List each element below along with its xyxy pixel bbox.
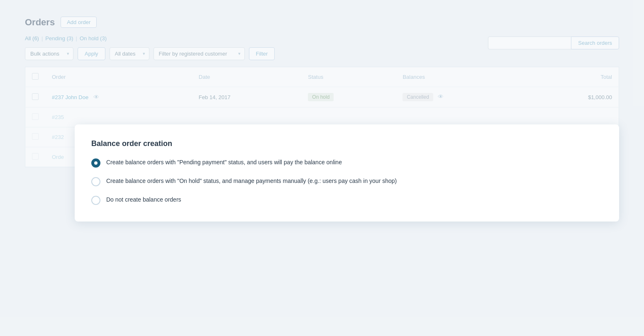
- radio-option-no-balance[interactable]: Do not create balance orders: [91, 195, 603, 205]
- radio-circle-no-balance[interactable]: [91, 196, 100, 205]
- modal-dialog: Balance order creation Create balance or…: [75, 124, 619, 222]
- modal-title: Balance order creation: [91, 139, 603, 148]
- radio-label-onhold: Create balance orders with "On hold" sta…: [106, 177, 397, 185]
- radio-option-pending[interactable]: Create balance orders with "Pending paym…: [91, 158, 603, 168]
- radio-label-no-balance: Do not create balance orders: [106, 195, 181, 204]
- radio-option-onhold[interactable]: Create balance orders with "On hold" sta…: [91, 177, 603, 186]
- radio-circle-onhold[interactable]: [91, 177, 100, 186]
- radio-circle-pending[interactable]: [91, 158, 100, 168]
- radio-label-pending: Create balance orders with "Pending paym…: [106, 158, 342, 167]
